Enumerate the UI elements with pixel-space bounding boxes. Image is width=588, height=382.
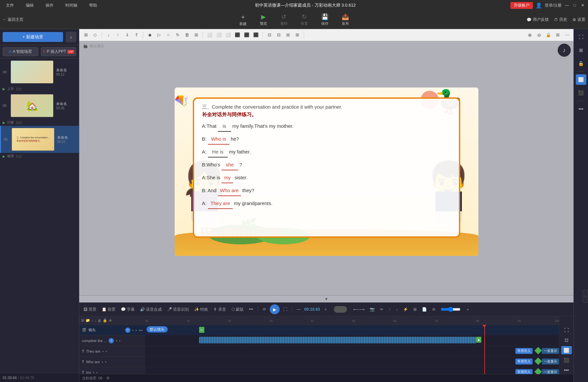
tl-tool-2[interactable]: 📁	[86, 318, 90, 323]
tl-tool-3[interactable]: ↑	[91, 319, 93, 323]
track-my-dot1[interactable]: •	[93, 370, 94, 374]
save-toolbar-button[interactable]: 💾 保存	[319, 12, 331, 27]
bg-button[interactable]: 🖼 背景	[82, 306, 98, 313]
feedback-button[interactable]: 💬 用户反馈	[527, 17, 549, 22]
import-theyare-button[interactable]: 常用导入	[515, 348, 533, 354]
camera-dot-2[interactable]: •	[136, 328, 137, 332]
scene-item-05[interactable]: 05 🏡 未命名 00:26	[0, 92, 79, 119]
tl-tool-4[interactable]: ↓	[95, 319, 97, 323]
voice-recog-button[interactable]: 🎤 语音识别	[165, 306, 190, 313]
history-button[interactable]: ⏱ 历史	[554, 17, 567, 22]
scene-item-04[interactable]: 04 未命名 00:12	[0, 58, 79, 86]
sec-btn-rotate[interactable]: ↻	[174, 31, 182, 39]
sec-btn-play2[interactable]: ▷	[155, 31, 163, 39]
sec-btn-align-center-v[interactable]: ⬛	[243, 31, 251, 39]
camera-help-icon[interactable]: ?	[125, 328, 130, 333]
menu-edit[interactable]: 编辑	[22, 3, 37, 8]
sec-btn-bottom[interactable]: ⇓	[123, 31, 131, 39]
zoom-in-button[interactable]: ⊕	[526, 31, 534, 39]
pb-btn-filter[interactable]: ⚡	[401, 306, 410, 312]
new-toolbar-button[interactable]: ＋ 新建	[237, 12, 249, 28]
record-button[interactable]: 🎙 录音	[212, 306, 228, 313]
pb-btn-plus2[interactable]: ＋	[464, 306, 471, 313]
import-my-button[interactable]: 常用导入	[515, 369, 533, 374]
sec-btn-frame[interactable]: ◇	[91, 31, 99, 39]
always-show-my[interactable]: 一直显示	[542, 369, 559, 374]
track-theyare-dot2[interactable]: •	[106, 349, 107, 353]
fullscreen-button[interactable]: ⛶	[282, 306, 289, 312]
volume-slider[interactable]	[441, 307, 461, 312]
rp-btn-active[interactable]: ⬜	[561, 346, 572, 354]
rp-more[interactable]: •••	[576, 104, 586, 114]
rp-btn-more[interactable]: •••	[561, 366, 572, 374]
sec-btn-down[interactable]: ↓	[105, 31, 113, 39]
scene-item-06[interactable]: 06 三. Complete the conversation... 补全对话并…	[0, 126, 79, 153]
pb-btn-edit[interactable]: ✏	[378, 306, 385, 312]
track-whoare-dot1[interactable]: •	[102, 360, 103, 364]
tl-tool-delete[interactable]: 🗑	[98, 319, 101, 323]
lock-button[interactable]: 🔒	[544, 31, 552, 39]
sec-btn-align-right[interactable]: ⬜	[224, 31, 232, 39]
import-whoare-button[interactable]: 常用导入	[515, 359, 533, 365]
close-button[interactable]: ✕	[580, 3, 585, 8]
pb-btn-paste[interactable]: 📄	[420, 306, 429, 312]
sec-btn-copy[interactable]: ⊞	[192, 31, 200, 39]
plus-button[interactable]: ＋	[322, 306, 329, 313]
sec-btn-top[interactable]: ⇑	[132, 31, 140, 39]
sec-btn-up[interactable]: ↑	[114, 31, 122, 39]
undo-toolbar-button[interactable]: ↺ 撤销	[278, 12, 290, 27]
always-show-theyare[interactable]: 一直显示	[542, 348, 559, 354]
toggle-switch[interactable]	[334, 306, 347, 313]
more-options-button[interactable]: •••	[247, 306, 255, 312]
minus-button[interactable]: —	[295, 306, 302, 312]
mask-button[interactable]: ⬡ 蒙版	[230, 306, 245, 313]
sec-btn-space-v[interactable]: ⊞	[293, 31, 301, 39]
menu-file[interactable]: 文件	[3, 3, 17, 8]
foreground-button[interactable]: 📋 前景	[100, 306, 117, 313]
track-theyare-dot1[interactable]: •	[102, 349, 104, 353]
sec-btn-dist-v[interactable]: ⊟	[275, 31, 283, 39]
track-complete-dot1[interactable]: •	[116, 339, 117, 343]
pb-btn-up[interactable]: ↑	[387, 306, 392, 312]
sec-btn-space-h[interactable]: ⊞	[284, 31, 292, 39]
rewind-button[interactable]: ⟳	[261, 306, 268, 312]
rp-resize-btn[interactable]: ›	[583, 290, 588, 303]
sec-btn-align-bottom[interactable]: ⬛	[252, 31, 260, 39]
minimize-button[interactable]: —	[564, 3, 570, 8]
menu-help[interactable]: 帮助	[86, 3, 100, 8]
rp-record[interactable]: ⊞	[576, 45, 586, 55]
play-button[interactable]: ▶	[270, 304, 280, 314]
sec-btn-align-top[interactable]: ⬛	[233, 31, 241, 39]
music-float-button[interactable]: ♪	[558, 44, 571, 57]
expand-timeline-button[interactable]: ▼	[325, 297, 329, 301]
music-button[interactable]: ♪	[66, 32, 76, 42]
tl-tool-1[interactable]: ⊞	[81, 318, 84, 323]
sec-btn-circle[interactable]: ○	[164, 31, 172, 39]
sec-btn-delete[interactable]: 🗑	[183, 31, 191, 39]
track-my-dot2[interactable]: •	[96, 370, 97, 374]
camera-dot-1[interactable]: •	[132, 328, 134, 332]
rp-btn-2[interactable]: ⊡	[561, 336, 572, 344]
sec-btn-dist-h[interactable]: ⊟	[265, 31, 273, 39]
zoom-out-button[interactable]: ⊖	[535, 31, 543, 39]
subtitle-button[interactable]: 💬 字幕	[119, 306, 136, 313]
sec-btn-grid[interactable]: ⊞	[82, 31, 90, 39]
menu-operate[interactable]: 操作	[42, 3, 57, 8]
publish-toolbar-button[interactable]: 📤 发布	[339, 12, 352, 27]
more-button[interactable]: ⋯	[563, 31, 571, 39]
camera-track-chip[interactable]: 默认镜头	[147, 326, 168, 332]
rp-fullscreen[interactable]: ⛶	[576, 32, 586, 42]
camera-more[interactable]: •••	[139, 328, 143, 332]
pb-btn-copy2[interactable]: ⊞	[412, 306, 418, 312]
rp-dark[interactable]: ⬛	[576, 87, 586, 98]
redo-toolbar-button[interactable]: ↻ 恢复	[298, 12, 311, 27]
upgrade-button[interactable]: 升级账户	[510, 2, 533, 9]
tl-tool-lock[interactable]: 🔒	[103, 318, 107, 323]
rp-btn-3[interactable]: ⬛	[561, 356, 572, 364]
pb-btn-minus2[interactable]: ⊖	[431, 306, 437, 312]
new-scene-button[interactable]: + 新建场景	[3, 32, 63, 42]
pb-btn-slider[interactable]	[439, 306, 462, 313]
track-whoare-dot2[interactable]: •	[105, 360, 106, 364]
rp-active-btn[interactable]: ⬜	[576, 74, 586, 85]
pb-btn-down2[interactable]: ↓	[394, 306, 399, 312]
